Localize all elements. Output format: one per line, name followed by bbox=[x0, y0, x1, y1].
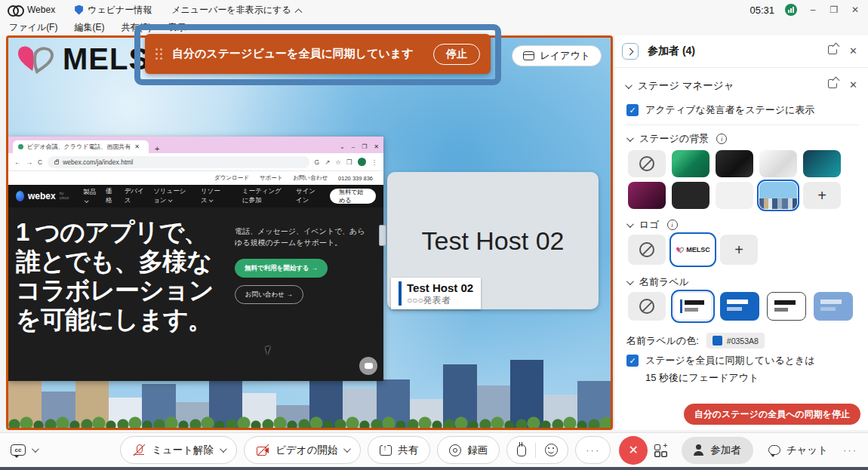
end-meeting-button[interactable]: ✕ bbox=[619, 436, 648, 465]
hero-contact-button[interactable]: お問い合わせ → bbox=[235, 285, 303, 304]
active-speaker-checkbox[interactable]: ✓ bbox=[626, 104, 639, 116]
chevron-down-icon bbox=[220, 445, 227, 453]
unmute-button[interactable]: ミュート解除 bbox=[120, 436, 237, 464]
more-panels-button[interactable]: ··· bbox=[843, 444, 857, 456]
raise-hand-icon[interactable] bbox=[517, 444, 526, 456]
tab-group-icon[interactable]: ❒ bbox=[346, 158, 352, 166]
participants-button[interactable]: 参加者 bbox=[682, 437, 753, 464]
sync-stop-button[interactable]: 停止 bbox=[433, 44, 480, 65]
background-city-option-selected[interactable] bbox=[759, 182, 797, 209]
connection-quality-icon[interactable] bbox=[785, 4, 797, 16]
address-bar[interactable]: webex.com/ja/index.html bbox=[48, 156, 309, 168]
phone-number: 0120 339 836 bbox=[338, 175, 373, 182]
close-button[interactable]: ✕ bbox=[850, 5, 860, 15]
menu-file[interactable]: ファイル(F) bbox=[9, 21, 57, 34]
stage-manager-close-icon[interactable]: ✕ bbox=[849, 79, 857, 91]
name-label-style2[interactable] bbox=[720, 292, 759, 321]
background-add-button[interactable]: + bbox=[803, 182, 841, 209]
webinar-info-button[interactable]: ウェビナー情報 bbox=[75, 4, 152, 17]
layout-button[interactable]: レイアウト bbox=[512, 45, 602, 66]
link-support[interactable]: サポート bbox=[260, 174, 283, 182]
share-button[interactable]: 共有 bbox=[368, 436, 430, 464]
apps-icon[interactable] bbox=[654, 444, 666, 456]
link-contact[interactable]: お問い合わせ bbox=[293, 174, 328, 182]
name-label-style1-selected[interactable] bbox=[673, 292, 713, 321]
background-none-option[interactable] bbox=[628, 150, 666, 177]
background-info-icon[interactable]: i bbox=[716, 134, 727, 144]
nav-signin[interactable]: サインイン bbox=[296, 187, 321, 205]
name-label-none-option[interactable] bbox=[628, 292, 666, 321]
logo-info-icon[interactable]: i bbox=[667, 220, 678, 230]
record-icon bbox=[449, 444, 461, 456]
nav-resources[interactable]: リソース bbox=[201, 187, 224, 205]
app-name: Webex bbox=[27, 5, 55, 15]
link-download[interactable]: ダウンロード bbox=[214, 174, 249, 182]
nav-solutions[interactable]: ソリューション bbox=[153, 187, 192, 205]
background-magenta-option[interactable] bbox=[628, 182, 666, 209]
maximize-button[interactable]: ❐ bbox=[829, 5, 839, 15]
tab-close-icon[interactable]: ✕ bbox=[134, 143, 140, 150]
shared-browser-window: ビデオ会議、クラウド電話、画面共有 ✕ + ⌄ – ❐ ✕ ← → C webe… bbox=[8, 137, 383, 381]
share-page-icon[interactable]: ↗ bbox=[325, 158, 330, 166]
chevron-down-icon bbox=[32, 445, 39, 453]
hero-start-free-button[interactable]: 無料で利用を開始する → bbox=[235, 259, 328, 278]
participants-popout-icon[interactable] bbox=[828, 45, 837, 54]
forward-icon[interactable]: → bbox=[26, 158, 33, 166]
fadeout-checkbox[interactable]: ✓ bbox=[626, 355, 639, 367]
record-button[interactable]: 録画 bbox=[437, 436, 500, 464]
name-label-collapse-icon[interactable] bbox=[626, 278, 634, 285]
webinar-info-label: ウェビナー情報 bbox=[88, 4, 152, 17]
site-logo[interactable]: webex by cisco bbox=[16, 191, 71, 202]
stage-divider-handle[interactable] bbox=[379, 225, 386, 246]
stage-manager-popout-icon[interactable] bbox=[828, 79, 837, 88]
browser-minimize-icon[interactable]: – bbox=[352, 143, 355, 150]
nav-products[interactable]: 製品 bbox=[83, 188, 97, 204]
nav-pricing[interactable]: 価格 bbox=[106, 187, 115, 205]
nav-join-meeting[interactable]: ミーティングに参加 bbox=[242, 187, 287, 205]
hide-menubar-button[interactable]: メニューバーを非表示にする bbox=[171, 4, 300, 17]
browser-dropdown-icon[interactable]: ⌄ bbox=[340, 143, 345, 150]
url-text: webex.com/ja/index.html bbox=[63, 158, 133, 166]
background-white-option[interactable] bbox=[759, 150, 797, 177]
logo-collapse-icon[interactable] bbox=[626, 220, 634, 228]
start-video-button[interactable]: ビデオの開始 bbox=[244, 436, 361, 464]
name-label-style4[interactable] bbox=[814, 292, 853, 321]
profile-avatar[interactable] bbox=[358, 158, 366, 166]
background-black-option[interactable] bbox=[716, 150, 753, 177]
background-dark-option[interactable] bbox=[672, 182, 709, 209]
browser-close-icon[interactable]: ✕ bbox=[374, 143, 379, 150]
browser-tab[interactable]: ビデオ会議、クラウド電話、画面共有 ✕ bbox=[13, 140, 149, 153]
reload-icon[interactable]: C bbox=[38, 158, 42, 166]
stop-sync-all-button[interactable]: 自分のステージの全員への同期を停止 bbox=[684, 404, 860, 425]
site-brand-sub: by cisco bbox=[60, 191, 72, 200]
emoji-reaction-icon[interactable] bbox=[545, 444, 558, 456]
nav-devices[interactable]: デバイス bbox=[125, 187, 144, 205]
name-label-color-chip[interactable]: #0353A8 bbox=[706, 333, 765, 349]
browser-maximize-icon[interactable]: ❐ bbox=[362, 143, 367, 150]
background-green-option[interactable] bbox=[672, 150, 709, 177]
participants-close-icon[interactable]: ✕ bbox=[849, 45, 857, 57]
plus-icon: + bbox=[817, 187, 826, 204]
captions-control[interactable]: cc bbox=[11, 444, 37, 456]
nav-start-free-button[interactable]: 無料で始める bbox=[330, 189, 376, 204]
background-light-option[interactable] bbox=[716, 182, 753, 209]
stage-manager-collapse-icon[interactable] bbox=[625, 81, 633, 89]
bookmark-star-icon[interactable]: ☆ bbox=[335, 158, 341, 166]
browser-menu-icon[interactable]: ⋮ bbox=[371, 158, 378, 166]
translate-icon[interactable]: G bbox=[315, 158, 320, 166]
name-label-style3[interactable] bbox=[767, 292, 806, 321]
logo-melsc-option-selected[interactable]: MELSC bbox=[672, 235, 714, 265]
background-collapse-icon[interactable] bbox=[626, 134, 634, 142]
more-options-button[interactable]: ··· bbox=[575, 436, 611, 464]
panel-collapse-button[interactable] bbox=[622, 43, 639, 60]
chat-button[interactable]: チャット bbox=[768, 444, 828, 457]
menu-edit[interactable]: 編集(E) bbox=[74, 21, 104, 34]
minimize-button[interactable]: – bbox=[808, 5, 818, 15]
new-tab-button[interactable]: + bbox=[155, 144, 159, 153]
back-icon[interactable]: ← bbox=[14, 158, 21, 166]
background-teal-option[interactable] bbox=[803, 150, 841, 177]
logo-add-button[interactable]: + bbox=[720, 235, 758, 265]
site-chat-bubble-icon[interactable] bbox=[359, 357, 377, 375]
drag-handle-icon[interactable] bbox=[155, 48, 163, 60]
logo-none-option[interactable] bbox=[628, 235, 666, 265]
